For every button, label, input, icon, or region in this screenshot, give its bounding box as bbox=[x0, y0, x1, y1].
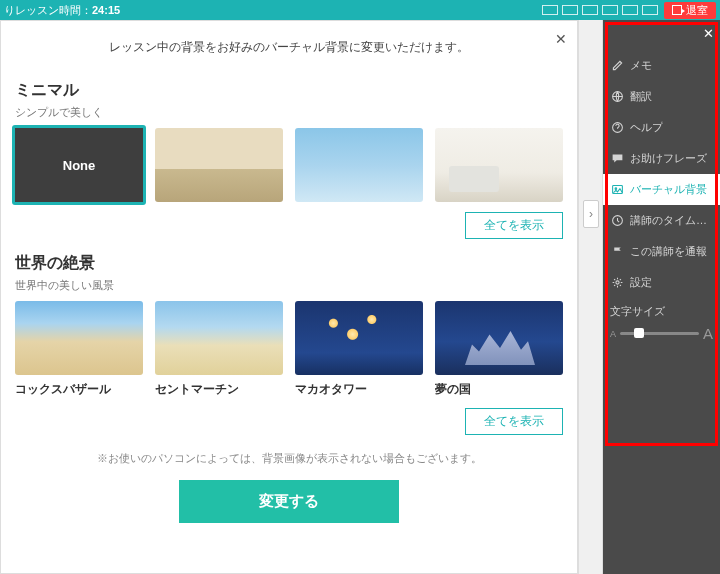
category-minimal: ミニマル シンプルで美しく None bbox=[1, 80, 577, 202]
chat-icon bbox=[610, 152, 624, 166]
bg-option[interactable]: マカオタワー bbox=[295, 301, 423, 398]
image-icon bbox=[610, 183, 624, 197]
category-subtitle: 世界中の美しい風景 bbox=[15, 278, 563, 293]
font-size-section: 文字サイズ A A bbox=[603, 298, 720, 348]
sidebar-item-settings[interactable]: 設定 bbox=[603, 267, 720, 298]
timer-label: りレッスン時間： bbox=[4, 3, 92, 18]
exit-icon bbox=[672, 5, 682, 15]
layout-icon[interactable] bbox=[542, 5, 558, 15]
clock-icon bbox=[610, 214, 624, 228]
bg-option-sky[interactable] bbox=[295, 128, 423, 202]
slider-knob[interactable] bbox=[634, 328, 644, 338]
bg-caption: セントマーチン bbox=[155, 381, 283, 398]
bg-caption: 夢の国 bbox=[435, 381, 563, 398]
font-size-slider[interactable]: A A bbox=[610, 325, 713, 342]
bg-option[interactable]: セントマーチン bbox=[155, 301, 283, 398]
font-size-label: 文字サイズ bbox=[610, 304, 713, 319]
large-a-icon: A bbox=[703, 325, 713, 342]
sidebar-item-memo[interactable]: メモ bbox=[603, 50, 720, 81]
modal-header: レッスン中の背景をお好みのバーチャル背景に変更いただけます。 bbox=[1, 21, 577, 66]
category-title: ミニマル bbox=[15, 80, 563, 101]
sidebar-item-phrases[interactable]: お助けフレーズ bbox=[603, 143, 720, 174]
side-panel: ✕ メモ 翻訳 ヘルプ お助けフレーズ バーチャル背景 bbox=[603, 20, 720, 574]
none-label: None bbox=[15, 128, 143, 202]
sidebar-item-label: バーチャル背景 bbox=[630, 182, 707, 197]
bg-caption: コックスバザール bbox=[15, 381, 143, 398]
layout-icon[interactable] bbox=[622, 5, 638, 15]
sidebar-item-label: 講師のタイムゾーン bbox=[630, 213, 713, 228]
exit-label: 退室 bbox=[686, 3, 708, 18]
gear-icon bbox=[610, 276, 624, 290]
show-all-button[interactable]: 全てを表示 bbox=[465, 212, 563, 239]
top-bar: りレッスン時間： 24:15 退室 bbox=[0, 0, 720, 20]
close-icon[interactable]: ✕ bbox=[555, 31, 567, 47]
sidepanel-menu: メモ 翻訳 ヘルプ お助けフレーズ バーチャル背景 講師のタイムゾーン bbox=[603, 20, 720, 348]
sidebar-item-label: 翻訳 bbox=[630, 89, 652, 104]
sidebar-item-timezone[interactable]: 講師のタイムゾーン bbox=[603, 205, 720, 236]
bg-option-livingroom[interactable] bbox=[435, 128, 563, 202]
bg-caption: マカオタワー bbox=[295, 381, 423, 398]
bg-option-none[interactable]: None bbox=[15, 128, 143, 202]
disclaimer: ※お使いのパソコンによっては、背景画像が表示されない場合もございます。 bbox=[1, 451, 577, 466]
sidebar-item-translate[interactable]: 翻訳 bbox=[603, 81, 720, 112]
bg-option[interactable]: コックスバザール bbox=[15, 301, 143, 398]
svg-point-5 bbox=[615, 281, 618, 284]
virtual-background-modal: ✕ レッスン中の背景をお好みのバーチャル背景に変更いただけます。 ミニマル シン… bbox=[0, 20, 578, 574]
sidebar-item-label: 設定 bbox=[630, 275, 652, 290]
close-icon[interactable]: ✕ bbox=[703, 26, 714, 41]
timer-value: 24:15 bbox=[92, 4, 120, 16]
flag-icon bbox=[610, 245, 624, 259]
scroll-strip: › bbox=[578, 20, 603, 574]
category-world: 世界の絶景 世界中の美しい風景 コックスバザール セントマーチン マカオタワー bbox=[1, 253, 577, 398]
sidebar-item-label: この講師を通報 bbox=[630, 244, 707, 259]
chevron-right-icon[interactable]: › bbox=[583, 200, 599, 228]
help-icon bbox=[610, 121, 624, 135]
edit-icon bbox=[610, 59, 624, 73]
window-layout-icons[interactable] bbox=[542, 5, 658, 15]
layout-icon[interactable] bbox=[582, 5, 598, 15]
sidebar-item-virtual-bg[interactable]: バーチャル背景 bbox=[603, 174, 720, 205]
layout-icon[interactable] bbox=[602, 5, 618, 15]
apply-button[interactable]: 変更する bbox=[179, 480, 399, 523]
category-title: 世界の絶景 bbox=[15, 253, 563, 274]
show-all-button[interactable]: 全てを表示 bbox=[465, 408, 563, 435]
sidebar-item-label: ヘルプ bbox=[630, 120, 663, 135]
bg-option-classroom[interactable] bbox=[155, 128, 283, 202]
small-a-icon: A bbox=[610, 329, 616, 339]
exit-button[interactable]: 退室 bbox=[664, 2, 716, 19]
sidebar-item-report[interactable]: この講師を通報 bbox=[603, 236, 720, 267]
svg-point-3 bbox=[615, 188, 617, 190]
globe-icon bbox=[610, 90, 624, 104]
sidebar-item-label: お助けフレーズ bbox=[630, 151, 707, 166]
sidebar-item-help[interactable]: ヘルプ bbox=[603, 112, 720, 143]
bg-option[interactable]: 夢の国 bbox=[435, 301, 563, 398]
layout-icon[interactable] bbox=[562, 5, 578, 15]
sidebar-item-label: メモ bbox=[630, 58, 652, 73]
category-subtitle: シンプルで美しく bbox=[15, 105, 563, 120]
layout-icon[interactable] bbox=[642, 5, 658, 15]
